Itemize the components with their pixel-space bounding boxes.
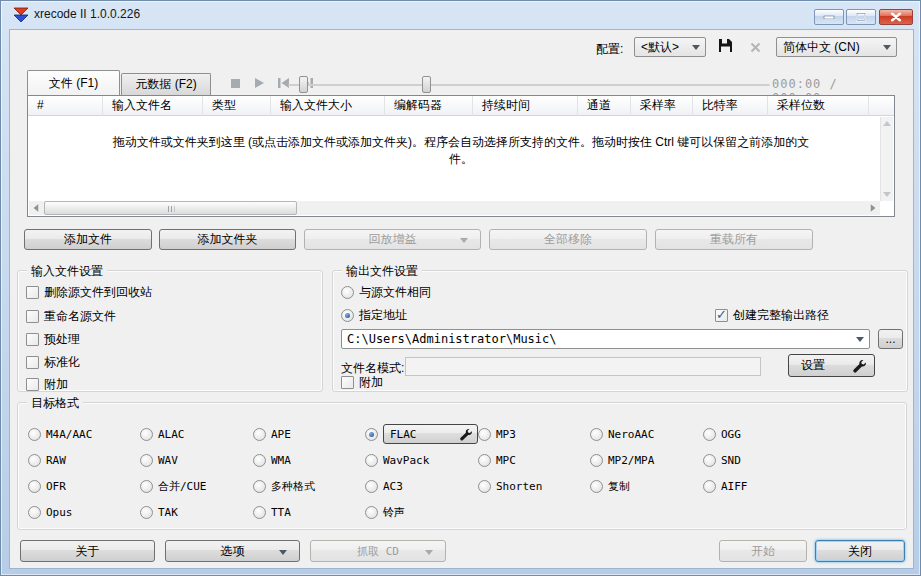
filename-pattern-input[interactable] xyxy=(405,357,761,376)
checkbox-checked-icon xyxy=(715,309,728,322)
vertical-scrollbar[interactable] xyxy=(880,117,893,201)
volume-slider-thumb[interactable] xyxy=(299,76,308,93)
checkbox-rename-source[interactable]: 重命名源文件 xyxy=(26,308,116,325)
column-header[interactable]: 输入文件名 xyxy=(103,96,203,116)
format-grid: M4A/AAC ALAC APE FLAC MP3 NeroAAC OGG RA… xyxy=(28,421,898,525)
format-option-alac[interactable]: ALAC xyxy=(140,428,253,441)
volume-slider[interactable] xyxy=(288,76,434,93)
group-title: 输入文件设置 xyxy=(27,263,107,280)
checkbox-unchecked-icon xyxy=(26,356,39,369)
checkbox-unchecked-icon xyxy=(26,378,39,391)
scroll-left-button[interactable] xyxy=(29,201,43,215)
horizontal-scrollbar-thumb[interactable] xyxy=(44,201,297,215)
browse-folder-button[interactable]: ... xyxy=(878,329,903,349)
title-bar[interactable]: xrecode II 1.0.0.226 xyxy=(1,1,920,29)
format-option-merge-cue[interactable]: 合并/CUE xyxy=(140,479,253,494)
format-option-ape[interactable]: APE xyxy=(253,428,365,441)
add-folder-button[interactable]: 添加文件夹 xyxy=(159,229,296,250)
format-option-tak[interactable]: TAK xyxy=(140,506,253,519)
about-button[interactable]: 关于 xyxy=(20,540,155,562)
checkbox-label: 重命名源文件 xyxy=(44,308,116,325)
target-format-group: 目标格式 M4A/AAC ALAC APE FLAC MP3 NeroAAC O… xyxy=(17,402,907,530)
format-option-wav[interactable]: WAV xyxy=(140,454,253,467)
format-option-m4a[interactable]: M4A/AAC xyxy=(28,428,140,441)
radio-specified-path[interactable]: 指定地址 xyxy=(341,307,407,324)
pattern-settings-button[interactable]: 设置 xyxy=(788,354,875,377)
close-dialog-button[interactable]: 关闭 xyxy=(815,540,905,562)
checkbox-append-output[interactable]: 附加 xyxy=(341,374,383,391)
scroll-right-button[interactable] xyxy=(866,201,880,215)
radio-unselected-icon xyxy=(590,428,603,441)
column-header[interactable]: 类型 xyxy=(203,96,271,116)
checkbox-append-input[interactable]: 附加 xyxy=(26,376,68,393)
chevron-down-icon xyxy=(692,45,700,50)
radio-unselected-icon xyxy=(365,454,378,467)
tab-metadata[interactable]: 元数据 (F2) xyxy=(121,73,211,95)
options-button[interactable]: 选项 xyxy=(165,540,300,562)
save-config-button[interactable] xyxy=(715,37,735,57)
column-header[interactable]: 比特率 xyxy=(693,96,768,116)
checkbox-delete-source-to-recycle[interactable]: 删除源文件到回收站 xyxy=(26,284,152,301)
column-header[interactable]: 输入文件大小 xyxy=(271,96,385,116)
radio-unselected-icon xyxy=(365,506,378,519)
reload-all-button: 重载所有 xyxy=(655,229,813,250)
column-header[interactable]: # xyxy=(28,96,103,116)
radio-unselected-icon xyxy=(28,428,41,441)
format-option-mpc[interactable]: MPC xyxy=(478,454,590,467)
window-title: xrecode II 1.0.0.226 xyxy=(34,1,140,28)
format-option-neroaac[interactable]: NeroAAC xyxy=(590,428,703,441)
checkbox-preprocess[interactable]: 预处理 xyxy=(26,331,80,348)
format-option-ac3[interactable]: AC3 xyxy=(365,480,478,493)
format-option-aiff[interactable]: AIFF xyxy=(703,480,898,493)
horizontal-scrollbar[interactable] xyxy=(29,201,880,215)
format-option-wavpack[interactable]: WavPack xyxy=(365,454,478,467)
format-option-flac[interactable]: FLAC xyxy=(365,424,478,444)
file-list-dropzone[interactable]: # 输入文件名 类型 输入文件大小 编解码器 持续时间 通道 采样率 比特率 采… xyxy=(27,95,895,217)
format-option-multi-format[interactable]: 多种格式 xyxy=(253,479,365,494)
format-option-ogg[interactable]: OGG xyxy=(703,428,898,441)
column-header[interactable]: 采样位数 xyxy=(768,96,869,116)
format-option-ofr[interactable]: OFR xyxy=(28,480,140,493)
format-option-opus[interactable]: Opus xyxy=(28,506,140,519)
format-option-raw[interactable]: RAW xyxy=(28,454,140,467)
format-option-ringtone[interactable]: 铃声 xyxy=(365,505,478,520)
close-button[interactable] xyxy=(879,9,913,25)
radio-unselected-icon xyxy=(140,506,153,519)
format-option-tta[interactable]: TTA xyxy=(253,506,365,519)
delete-config-button[interactable] xyxy=(745,38,765,58)
output-path-combobox[interactable]: C:\Users\Administrator\Music\ xyxy=(341,329,870,349)
checkbox-label: 删除源文件到回收站 xyxy=(44,284,152,301)
add-files-button[interactable]: 添加文件 xyxy=(24,229,152,250)
radio-same-as-source[interactable]: 与源文件相同 xyxy=(341,284,431,301)
minimize-button[interactable] xyxy=(814,9,844,25)
checkbox-create-full-path[interactable]: 创建完整输出路径 xyxy=(715,307,829,324)
language-select[interactable]: 简体中文 (CN) xyxy=(776,37,897,57)
column-header[interactable]: 采样率 xyxy=(631,96,693,116)
flac-settings-button[interactable]: FLAC xyxy=(383,424,478,444)
play-button[interactable] xyxy=(250,75,268,93)
format-option-wma[interactable]: WMA xyxy=(253,454,365,467)
column-header[interactable]: 编解码器 xyxy=(385,96,473,116)
chevron-down-icon xyxy=(883,45,891,50)
maximize-button[interactable] xyxy=(846,9,876,25)
tab-files[interactable]: 文件 (F1) xyxy=(27,70,120,95)
radio-unselected-icon xyxy=(253,428,266,441)
column-header[interactable]: 持续时间 xyxy=(473,96,578,116)
input-settings-group: 输入文件设置 删除源文件到回收站 重命名源文件 预处理 标准化 附加 xyxy=(17,270,323,392)
format-option-snd[interactable]: SND xyxy=(703,454,898,467)
radio-unselected-icon xyxy=(478,454,491,467)
checkbox-normalize[interactable]: 标准化 xyxy=(26,354,80,371)
config-preset-select[interactable]: <默认> xyxy=(634,37,706,57)
checkbox-label: 创建完整输出路径 xyxy=(733,307,829,324)
format-option-mp3[interactable]: MP3 xyxy=(478,428,590,441)
format-option-mp2[interactable]: MP2/MPA xyxy=(590,454,703,467)
stop-button[interactable] xyxy=(226,75,244,93)
column-header[interactable]: 通道 xyxy=(578,96,631,116)
format-option-shorten[interactable]: Shorten xyxy=(478,480,590,493)
radio-selected-icon xyxy=(365,428,378,441)
client-area: 配置: <默认> 简体中文 (CN) 文件 (F1) 元数据 (F2) xyxy=(9,29,914,569)
seek-slider-thumb[interactable] xyxy=(422,76,431,93)
app-window: xrecode II 1.0.0.226 配置: <默认> xyxy=(0,0,921,576)
format-option-copy[interactable]: 复制 xyxy=(590,479,703,494)
seek-slider[interactable] xyxy=(420,76,770,93)
